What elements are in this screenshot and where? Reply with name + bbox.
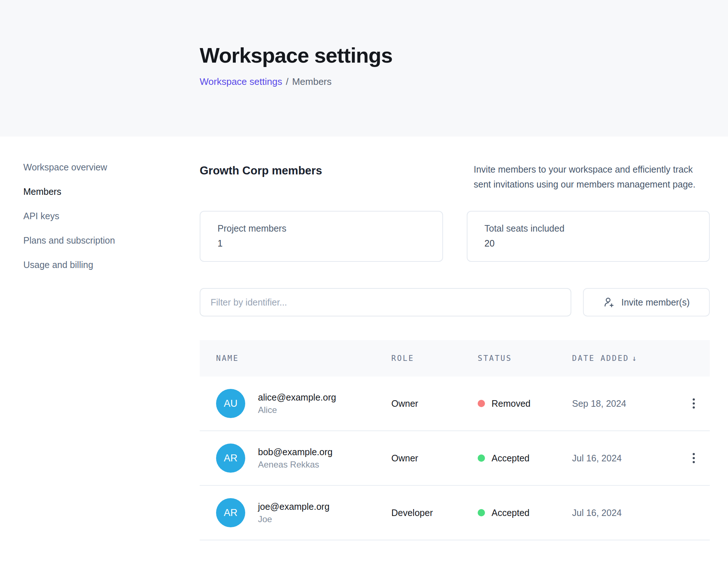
stat-value: 1 xyxy=(218,238,442,249)
avatar: AR xyxy=(216,498,245,527)
content-area: Workspace overview Members API keys Plan… xyxy=(0,137,728,540)
avatar: AU xyxy=(216,389,245,418)
member-name: Aeneas Rekkas xyxy=(258,459,333,470)
avatar: AR xyxy=(216,444,245,473)
page-title: Workspace settings xyxy=(200,0,728,67)
member-role: Owner xyxy=(391,453,478,464)
filter-input[interactable] xyxy=(200,288,571,316)
member-date-added: Jul 16, 2024 xyxy=(572,508,678,518)
stat-card-total-seats: Total seats included 20 xyxy=(467,211,710,262)
sidebar-item-members[interactable]: Members xyxy=(23,186,200,197)
member-email: bob@example.org xyxy=(258,446,333,458)
member-status: Accepted xyxy=(478,453,572,464)
row-actions-menu-icon[interactable] xyxy=(689,449,698,467)
members-heading: Growth Corp members xyxy=(200,162,322,177)
member-name: Alice xyxy=(258,404,336,416)
column-header-status: STATUS xyxy=(478,354,572,363)
status-label: Accepted xyxy=(492,453,529,464)
settings-sidebar: Workspace overview Members API keys Plan… xyxy=(0,137,200,540)
table-row: AR joe@example.org Joe Developer Accepte… xyxy=(200,486,710,540)
member-status: Removed xyxy=(478,398,572,409)
member-date-added: Sep 18, 2024 xyxy=(572,398,678,409)
sort-descending-icon: ↓ xyxy=(632,354,637,363)
user-plus-icon xyxy=(603,296,615,308)
stat-card-project-members: Project members 1 xyxy=(200,211,443,262)
members-description: Invite members to your workspace and eff… xyxy=(474,162,710,192)
status-label: Accepted xyxy=(492,508,529,518)
filter-row: Invite member(s) xyxy=(200,288,710,316)
invite-members-button[interactable]: Invite member(s) xyxy=(583,288,710,316)
sidebar-item-workspace-overview[interactable]: Workspace overview xyxy=(23,162,200,173)
column-header-date-added[interactable]: DATE ADDED↓ xyxy=(572,354,678,363)
column-header-role: ROLE xyxy=(391,354,478,363)
stats-row: Project members 1 Total seats included 2… xyxy=(200,211,710,262)
sidebar-item-plans-and-subscription[interactable]: Plans and subscription xyxy=(23,235,200,246)
status-dot-accepted xyxy=(478,454,485,462)
member-identity: AR bob@example.org Aeneas Rekkas xyxy=(216,444,391,473)
members-table: NAME ROLE STATUS DATE ADDED↓ AU alice@ex… xyxy=(200,340,710,540)
table-row: AU alice@example.org Alice Owner Removed… xyxy=(200,377,710,431)
invite-members-label: Invite member(s) xyxy=(621,297,690,308)
row-actions-menu-icon[interactable] xyxy=(689,395,698,412)
members-header: Growth Corp members Invite members to yo… xyxy=(200,162,710,192)
member-role: Developer xyxy=(391,508,478,518)
stat-label: Total seats included xyxy=(485,222,709,234)
status-dot-accepted xyxy=(478,509,485,516)
sidebar-item-usage-and-billing[interactable]: Usage and billing xyxy=(23,260,200,270)
member-identity: AU alice@example.org Alice xyxy=(216,389,391,418)
breadcrumb-current: Members xyxy=(292,76,332,87)
sidebar-item-api-keys[interactable]: API keys xyxy=(23,211,200,221)
member-identity: AR joe@example.org Joe xyxy=(216,498,391,527)
stat-label: Project members xyxy=(218,222,442,234)
page-header: Workspace settings Workspace settings/Me… xyxy=(0,0,728,137)
member-email: alice@example.org xyxy=(258,391,336,403)
breadcrumb: Workspace settings/Members xyxy=(200,76,728,87)
member-status: Accepted xyxy=(478,508,572,518)
stat-value: 20 xyxy=(485,238,709,249)
member-role: Owner xyxy=(391,398,478,409)
breadcrumb-separator: / xyxy=(286,76,288,87)
table-header-row: NAME ROLE STATUS DATE ADDED↓ xyxy=(200,340,710,377)
members-panel: Growth Corp members Invite members to yo… xyxy=(200,137,710,540)
column-header-name: NAME xyxy=(216,354,391,363)
member-email: joe@example.org xyxy=(258,500,329,513)
status-label: Removed xyxy=(492,398,531,409)
status-dot-removed xyxy=(478,400,485,407)
member-name: Joe xyxy=(258,513,329,525)
member-date-added: Jul 16, 2024 xyxy=(572,453,678,464)
breadcrumb-link-workspace-settings[interactable]: Workspace settings xyxy=(200,76,282,87)
table-row: AR bob@example.org Aeneas Rekkas Owner A… xyxy=(200,431,710,486)
